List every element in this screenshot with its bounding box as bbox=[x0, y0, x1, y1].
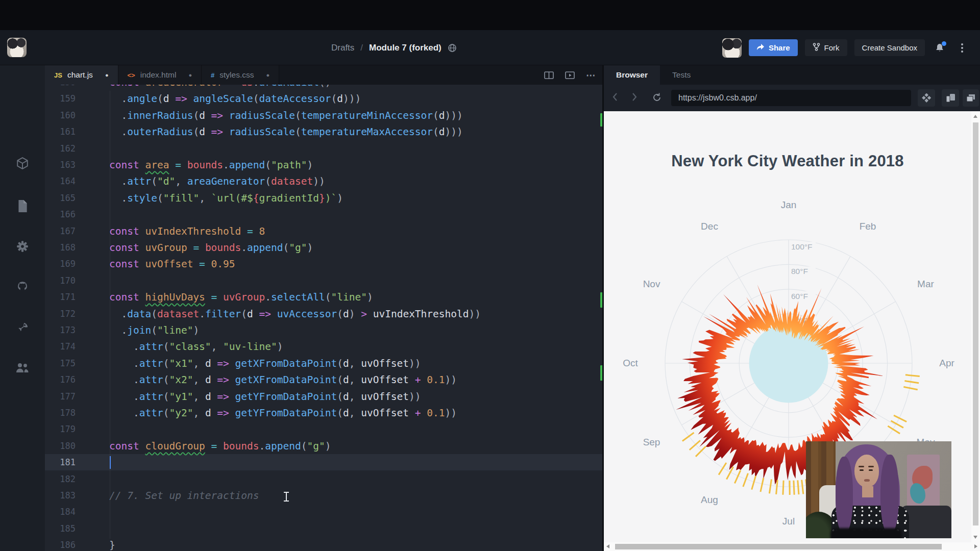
responsive-preview-icon[interactable] bbox=[942, 89, 959, 107]
line-number: 159 bbox=[45, 90, 81, 107]
browser-nav-bar: https://jsbw0.csb.app/ bbox=[604, 85, 980, 111]
code-line-163[interactable]: 163const area = bounds.append("path") bbox=[45, 157, 604, 173]
sidebar-item-settings[interactable] bbox=[12, 236, 33, 257]
create-sandbox-button[interactable]: Create Sandbox bbox=[854, 39, 925, 56]
html-file-icon: <> bbox=[128, 71, 135, 79]
scrollbar-corner bbox=[971, 542, 980, 551]
preview-tab-bar: Browser Tests bbox=[604, 65, 980, 85]
fork-button[interactable]: Fork bbox=[805, 39, 847, 56]
forward-icon[interactable] bbox=[631, 92, 638, 104]
code-line-182[interactable]: 182 bbox=[45, 471, 604, 488]
notification-dot bbox=[942, 41, 946, 46]
scroll-left-arrow[interactable] bbox=[606, 544, 609, 548]
refresh-icon[interactable] bbox=[652, 92, 662, 105]
code-line-180[interactable]: 180const cloudGroup = bounds.append("g") bbox=[45, 438, 604, 455]
unsaved-dot-icon[interactable]: ● bbox=[105, 72, 109, 78]
share-button[interactable]: Share bbox=[749, 39, 798, 56]
svg-text:Mar: Mar bbox=[917, 279, 934, 289]
scroll-up-arrow[interactable] bbox=[973, 115, 977, 118]
line-number: 162 bbox=[45, 140, 81, 157]
header-actions: Share Fork Create Sandbox bbox=[722, 30, 980, 65]
vertical-scrollbar[interactable] bbox=[971, 111, 980, 542]
code-line-176[interactable]: 176 .attr("x2", d => getXFromDataPoint(d… bbox=[45, 371, 604, 388]
sidebar-item-sandbox[interactable] bbox=[12, 153, 33, 173]
code-line-177[interactable]: 177 .attr("y1", d => getYFromDataPoint(d… bbox=[45, 388, 604, 405]
line-number: 163 bbox=[45, 157, 81, 173]
sidebar-item-deployment[interactable] bbox=[12, 317, 33, 338]
code-line-174[interactable]: 174 .attr("class", "uv-line") bbox=[45, 338, 604, 355]
unsaved-dot-icon[interactable]: ● bbox=[266, 72, 270, 78]
code-line-171[interactable]: 171const highUvDays = uvGroup.selectAll(… bbox=[45, 289, 604, 306]
unsaved-dot-icon[interactable]: ● bbox=[188, 72, 192, 78]
more-options-icon[interactable]: ⋯ bbox=[586, 69, 597, 81]
code-line-178[interactable]: 178 .attr("y2", d => getYFromDataPoint(d… bbox=[45, 405, 604, 421]
code-line-173[interactable]: 173 .join("line") bbox=[45, 322, 604, 339]
code-line-179[interactable]: 179 bbox=[45, 421, 604, 438]
svg-text:Sep: Sep bbox=[643, 437, 660, 447]
presenter-hair-left bbox=[836, 457, 853, 533]
tab-styles-css[interactable]: # styles.css ● bbox=[202, 65, 279, 85]
code-line-168[interactable]: 168const uvGroup = bounds.append("g") bbox=[45, 239, 604, 256]
sidebar-item-live[interactable] bbox=[12, 358, 33, 378]
code-line-164[interactable]: 164 .attr("d", areaGenerator(dataset)) bbox=[45, 173, 604, 190]
line-number: 170 bbox=[45, 272, 81, 289]
open-in-new-window-icon[interactable] bbox=[963, 89, 979, 107]
presenter-hair-right bbox=[880, 455, 899, 534]
more-menu-button[interactable] bbox=[954, 39, 970, 56]
code-line-169[interactable]: 169const uvOffset = 0.95 bbox=[45, 256, 604, 272]
scroll-down-arrow[interactable] bbox=[973, 536, 977, 539]
code-line-159[interactable]: 159 .angle(d => angleScale(dateAccessor(… bbox=[45, 90, 604, 107]
code-line-175[interactable]: 175 .attr("x1", d => getXFromDataPoint(d… bbox=[45, 355, 604, 372]
svg-text:Aug: Aug bbox=[701, 494, 718, 505]
code-line-167[interactable]: 167const uvIndexThreshold = 8 bbox=[45, 223, 604, 240]
line-number: 172 bbox=[45, 306, 81, 322]
line-number: 169 bbox=[45, 256, 81, 272]
header-bar: Drafts / Module 7 (forked) Share Fork Cr… bbox=[0, 30, 980, 65]
code-line-160[interactable]: 160 .innerRadius(d => radiusScale(temper… bbox=[45, 107, 604, 124]
code-line-158[interactable]: 158const areaGenerator = d3.areaRadial() bbox=[45, 85, 604, 91]
code-line-185[interactable]: 185 bbox=[45, 520, 604, 537]
sidebar-item-files[interactable] bbox=[12, 196, 33, 216]
scroll-right-arrow[interactable] bbox=[974, 544, 977, 548]
text-caret bbox=[110, 456, 111, 469]
line-number: 168 bbox=[45, 239, 81, 256]
horizontal-scrollbar[interactable] bbox=[604, 542, 971, 551]
code-line-186[interactable]: 186} bbox=[45, 537, 604, 551]
code-line-184[interactable]: 184 bbox=[45, 504, 604, 520]
privacy-globe-icon[interactable] bbox=[448, 43, 457, 53]
user-avatar[interactable] bbox=[722, 38, 742, 58]
code-line-181[interactable]: 181 bbox=[45, 454, 604, 471]
code-line-183[interactable]: 183// 7. Set up interactions bbox=[45, 487, 604, 504]
tab-browser[interactable]: Browser bbox=[604, 65, 660, 85]
channel-logo-avatar[interactable] bbox=[7, 38, 27, 57]
vertical-scroll-thumb[interactable] bbox=[973, 122, 978, 525]
horizontal-scroll-thumb[interactable] bbox=[615, 544, 942, 549]
code-line-161[interactable]: 161 .outerRadius(d => radiusScale(temper… bbox=[45, 123, 604, 140]
sidebar-item-github[interactable] bbox=[12, 277, 33, 297]
gear-icon bbox=[16, 240, 29, 253]
tab-chart-js[interactable]: JS chart.js ● bbox=[45, 65, 118, 85]
editor-toolbar: ⋯ bbox=[544, 65, 597, 85]
code-line-172[interactable]: 172 .data(dataset.filter(d => uvAccessor… bbox=[45, 306, 604, 322]
sandbox-title[interactable]: Module 7 (forked) bbox=[369, 43, 442, 53]
fork-label: Fork bbox=[824, 43, 840, 52]
code-line-165[interactable]: 165 .style("fill", `url(#${gradientId})`… bbox=[45, 190, 604, 207]
line-number: 167 bbox=[45, 223, 81, 240]
line-number: 176 bbox=[45, 371, 81, 388]
diamond-grid-icon[interactable] bbox=[918, 89, 935, 107]
notifications-button[interactable] bbox=[932, 39, 947, 56]
tab-tests-label: Tests bbox=[672, 70, 691, 80]
url-input[interactable]: https://jsbw0.csb.app/ bbox=[671, 90, 911, 106]
breadcrumb-folder[interactable]: Drafts bbox=[331, 43, 354, 53]
code-line-166[interactable]: 166 bbox=[45, 206, 604, 223]
tab-tests[interactable]: Tests bbox=[660, 65, 703, 85]
code-line-170[interactable]: 170 bbox=[45, 272, 604, 289]
back-icon[interactable] bbox=[612, 92, 618, 104]
code-line-162[interactable]: 162 bbox=[45, 140, 604, 157]
share-label: Share bbox=[769, 43, 790, 52]
split-editor-icon[interactable] bbox=[544, 71, 554, 79]
code-editor[interactable]: 158const areaGenerator = d3.areaRadial()… bbox=[45, 85, 604, 551]
preview-toggle-icon[interactable] bbox=[565, 71, 575, 79]
foreground-blur bbox=[830, 528, 902, 538]
tab-index-html[interactable]: <> index.html ● bbox=[118, 65, 202, 85]
